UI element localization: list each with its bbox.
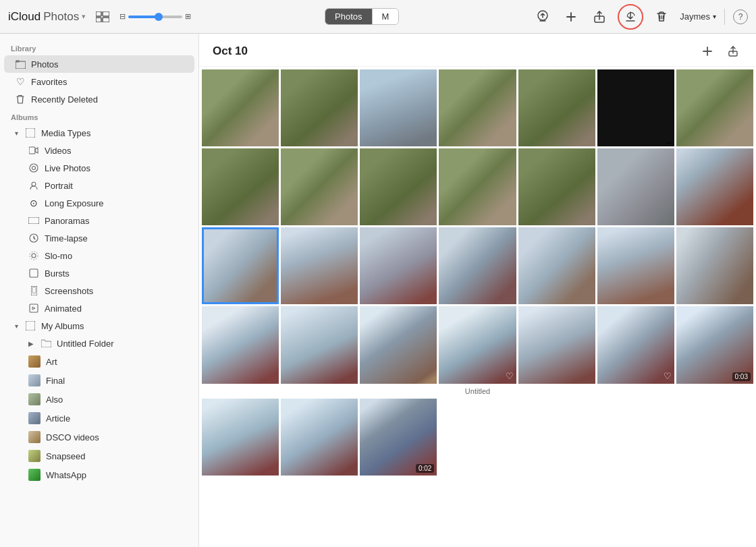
photo-cell[interactable] (360, 148, 437, 225)
sidebar-item-also[interactable]: Also (4, 390, 194, 409)
photo-cell[interactable] (439, 148, 516, 225)
whatsapp-thumb (28, 469, 40, 481)
download-button[interactable] (618, 4, 643, 30)
app-logo[interactable]: iCloud Photos ▾ (8, 10, 86, 24)
photo-cell-empty (518, 399, 595, 476)
panoramas-icon (28, 215, 39, 226)
sidebar-item-long-exposure[interactable]: ⊙ Long Exposure (4, 194, 194, 212)
photo-cell[interactable] (202, 69, 279, 146)
sidebar-item-recently-deleted[interactable]: Recently Deleted (4, 90, 194, 108)
share-content-button[interactable] (724, 42, 742, 61)
long-exposure-label: Long Exposure (45, 198, 103, 208)
favorites-label: Favorites (31, 77, 67, 87)
svg-rect-18 (31, 286, 37, 295)
sidebar-item-snapseed[interactable]: Snapseed (4, 447, 194, 465)
zoom-slider[interactable] (128, 16, 182, 18)
sidebar-item-art[interactable]: Art (4, 352, 194, 371)
library-section-label: Library (0, 39, 198, 55)
slo-mo-label: Slo-mo (45, 251, 72, 261)
sidebar-item-untitled-folder[interactable]: ▶ Untitled Folder (4, 335, 194, 352)
photo-row-4: ♡ ♡ 0:03 (202, 306, 753, 383)
photo-cell[interactable]: 0:03 (676, 306, 753, 383)
sidebar-item-media-types[interactable]: ▾ Media Types (4, 124, 194, 142)
photo-cell[interactable]: 0:02 (360, 399, 437, 476)
sidebar-item-favorites[interactable]: ♡ Favorites (4, 73, 194, 90)
zoom-out-icon: ⊟ (119, 12, 126, 21)
photo-cell[interactable] (360, 69, 437, 146)
sidebar-item-portrait[interactable]: Portrait (4, 177, 194, 194)
zoom-in-icon: ⊞ (185, 12, 191, 21)
tab-photos[interactable]: Photos (325, 9, 372, 24)
photo-grid-container: ♡ ♡ 0:03 Untitled (199, 67, 756, 476)
svg-rect-20 (30, 304, 38, 312)
sidebar-item-dsco-videos[interactable]: DSCO videos (4, 428, 194, 447)
add-to-album-button[interactable] (698, 42, 717, 61)
photo-cell[interactable] (518, 69, 595, 146)
art-thumb (28, 355, 40, 368)
sidebar-item-my-albums[interactable]: ▾ My Albums (4, 317, 194, 335)
photo-cell[interactable] (202, 399, 279, 476)
user-menu[interactable]: Jaymes ▾ (680, 11, 716, 22)
trash-button[interactable] (651, 7, 672, 27)
photo-labels-row: Untitled (202, 386, 753, 397)
content-header: Oct 10 (199, 34, 756, 67)
photo-cell[interactable] (676, 148, 753, 225)
photo-row-2 (202, 148, 753, 225)
photo-cell[interactable] (518, 148, 595, 225)
heart-icon: ♡ (664, 371, 672, 381)
photo-cell[interactable] (597, 148, 674, 225)
share-button[interactable] (589, 7, 610, 27)
photo-cell[interactable] (281, 306, 358, 383)
layout-toggle[interactable] (94, 8, 111, 26)
sidebar-item-screenshots[interactable]: Screenshots (4, 282, 194, 299)
panoramas-label: Panoramas (45, 216, 89, 226)
sidebar-item-slo-mo[interactable]: Slo-mo (4, 247, 194, 264)
media-types-icon (25, 127, 36, 138)
photo-cell[interactable] (281, 227, 358, 304)
photo-cell[interactable] (676, 69, 753, 146)
photo-cell[interactable] (676, 227, 753, 304)
photo-cell[interactable] (281, 399, 358, 476)
sidebar-item-article[interactable]: Article (4, 409, 194, 428)
sidebar-item-final[interactable]: Final (4, 371, 194, 390)
svg-rect-21 (26, 321, 35, 330)
photo-cell[interactable] (518, 227, 595, 304)
photo-cell[interactable] (202, 148, 279, 225)
help-button[interactable]: ? (733, 9, 748, 24)
photo-cell[interactable] (439, 69, 516, 146)
sidebar-item-panoramas[interactable]: Panoramas (4, 212, 194, 229)
photo-cell[interactable] (360, 227, 437, 304)
sidebar-item-videos[interactable]: Videos (4, 142, 194, 159)
photos-icon (15, 59, 26, 69)
photo-cell[interactable] (360, 306, 437, 383)
svg-rect-0 (96, 11, 101, 16)
photo-cell-untitled[interactable]: ♡ (439, 306, 516, 383)
screenshots-icon (28, 285, 39, 296)
sidebar-item-animated[interactable]: Animated (4, 299, 194, 317)
photo-cell[interactable] (281, 69, 358, 146)
whatsapp-label: WhatsApp (46, 470, 86, 480)
time-lapse-icon (28, 233, 39, 243)
sidebar-item-whatsapp[interactable]: WhatsApp (4, 465, 194, 484)
final-thumb (28, 374, 40, 386)
photo-cell[interactable] (597, 227, 674, 304)
sidebar-item-bursts[interactable]: Bursts (4, 264, 194, 282)
photo-cell[interactable] (202, 306, 279, 383)
sidebar-item-time-lapse[interactable]: Time-lapse (4, 229, 194, 247)
photo-cell[interactable] (202, 227, 279, 304)
photo-row-5: 0:02 (202, 399, 753, 476)
favorites-icon: ♡ (15, 76, 26, 87)
tab-m[interactable]: M (373, 9, 399, 24)
photo-cell[interactable]: ♡ (597, 306, 674, 383)
sidebar-item-photos[interactable]: Photos (4, 55, 194, 73)
photo-cell[interactable] (281, 148, 358, 225)
screenshots-label: Screenshots (45, 286, 93, 296)
photo-cell[interactable] (518, 306, 595, 383)
sidebar-item-live-photos[interactable]: Live Photos (4, 159, 194, 177)
add-button[interactable] (561, 7, 581, 27)
photo-cell[interactable] (439, 227, 516, 304)
photo-row-3 (202, 227, 753, 304)
heart-icon: ♡ (506, 371, 514, 381)
upload-button[interactable] (533, 7, 553, 27)
photo-cell[interactable] (597, 69, 674, 146)
